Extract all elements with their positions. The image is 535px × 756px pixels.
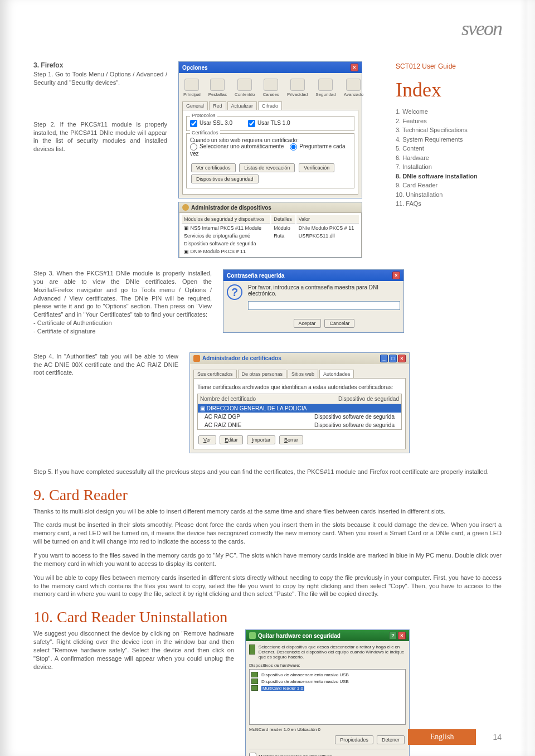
cert-prompt-label: Cuando un sitio web requiera un certific… (190, 137, 351, 143)
index-item[interactable]: 3. Technical Specifications (396, 125, 493, 135)
section9-heading: 9. Card Reader (33, 486, 502, 504)
toolbar-advanced[interactable]: Avanzado (344, 79, 363, 97)
page-footer: English 14 (408, 729, 502, 745)
s9-p2: The cards must be inserted in their slot… (33, 521, 502, 546)
toolbar-tabs[interactable]: Pestañas (208, 79, 227, 97)
index-item[interactable]: 2. Features (396, 117, 493, 126)
close-icon[interactable]: × (398, 632, 406, 639)
index-item[interactable]: 11. FAQs (396, 199, 493, 209)
device-icon (182, 204, 189, 211)
tab-sites[interactable]: Sitios web (288, 370, 318, 378)
col-name: Nombre del certificado (200, 396, 256, 402)
s10-p1: We suggest you disconnect the device by … (33, 629, 234, 671)
pwd-title: Contraseña requerida (227, 273, 284, 279)
certs-legend: Certificados (190, 130, 220, 135)
crl-button[interactable]: Listas de revocación (239, 163, 295, 172)
edit-button[interactable]: Editar (220, 435, 243, 444)
tab-your-certs[interactable]: Sus certificados (193, 370, 237, 378)
step4-text: Step 4. In "Authorities" tab you will be… (33, 352, 178, 377)
index-item-current[interactable]: 8. DNIe software installation (396, 172, 493, 181)
close-icon[interactable]: × (398, 355, 406, 362)
col-device: Dispositivo de seguridad (338, 396, 399, 402)
maximize-icon[interactable]: □ (389, 355, 397, 362)
accept-button[interactable]: Aceptar (294, 319, 321, 328)
ssl-checkbox[interactable]: Usar SSL 3.0 (190, 120, 232, 126)
tab-update[interactable]: Actualizar (227, 101, 257, 110)
tab-authorities[interactable]: Autoridades (319, 370, 354, 378)
tab-network[interactable]: Red (209, 101, 226, 110)
certmgr-title: Administrador de certificados (202, 355, 281, 361)
firefox-heading: 3. Firefox (33, 61, 167, 69)
index-item[interactable]: 6. Hardware (396, 153, 493, 163)
cert-row[interactable]: AC RAIZ DNIEDispositivo software de segu… (198, 421, 401, 429)
protocols-legend: Protocolos (190, 113, 217, 118)
cancel-button[interactable]: Cancelar (324, 319, 354, 328)
show-components-checkbox[interactable]: Mostrar componentes de dispositivos (249, 754, 332, 756)
verify-button[interactable]: Verificación (299, 163, 334, 172)
index-item[interactable]: 1. Welcome (396, 107, 493, 117)
device-icon (249, 644, 255, 655)
document-page: sveon SCT012 User Guide Index 1. Welcome… (0, 0, 535, 756)
password-dialog: Contraseña requerida × ? Por favor, intr… (223, 269, 404, 333)
index-item[interactable]: 7. Installation (396, 162, 493, 172)
certmgr-desc: Tiene certificados archivados que identi… (197, 384, 402, 390)
eject-icon (249, 632, 256, 639)
index-item[interactable]: 5. Content (396, 144, 493, 153)
password-input[interactable] (248, 301, 400, 310)
toolbar-privacy[interactable]: Privacidad (287, 79, 308, 97)
index-sidebar: SCT012 User Guide Index 1. Welcome 2. Fe… (396, 61, 493, 209)
view-certs-button[interactable]: Ver certificados (191, 163, 236, 172)
toolbar-main[interactable]: Principal (183, 79, 201, 97)
device-row-selected[interactable]: MultiCard reader 1.0 (251, 685, 403, 691)
s9-p4: You will be able to copy files between m… (33, 574, 502, 599)
certmgr-icon (193, 355, 200, 362)
cert-root-row[interactable]: ▣ DIRECCION GENERAL DE LA POLICIA (198, 404, 401, 413)
import-button[interactable]: Importar (247, 435, 276, 444)
section10-heading: 10. Card Reader Uninstallation (33, 608, 502, 626)
index-item[interactable]: 10. Uninstallation (396, 190, 493, 200)
step2-text: Step 2. If the PKCS#11 module is properl… (33, 120, 167, 153)
sec-devices-button[interactable]: Dispositivos de seguridad (191, 175, 259, 183)
device-row[interactable]: Dispositivo de almacenamiento masivo USB (251, 671, 403, 678)
help-icon[interactable]: ? (389, 632, 397, 639)
toolbar-security[interactable]: Seguridad (315, 79, 335, 97)
close-icon[interactable]: × (392, 272, 400, 279)
tls-checkbox[interactable]: Usar TLS 1.0 (248, 120, 290, 126)
safehw-title: Quitar hardware con seguridad (258, 633, 341, 639)
minimize-icon[interactable]: _ (380, 355, 388, 362)
step1-text: Step 1. Go to Tools Menu / Options / Adv… (33, 70, 167, 87)
index-item[interactable]: 9. Card Reader (396, 181, 493, 190)
question-icon: ? (227, 284, 242, 300)
properties-button[interactable]: Propiedades (335, 735, 373, 744)
safe-remove-dialog: Quitar hardware con seguridad ?× Selecci… (245, 629, 410, 756)
page-number: 14 (493, 733, 502, 742)
step5-text: Step 5. If you have completed sucessfull… (33, 468, 502, 476)
step3-text: Step 3. When the PKCS#11 DNIe module is … (33, 269, 212, 336)
view-button[interactable]: Ver (198, 435, 216, 444)
language-tab: English (408, 729, 476, 745)
device-row[interactable]: Dispositivo de almacenamiento masivo USB (251, 678, 403, 685)
delete-button[interactable]: Borrar (279, 435, 303, 444)
index-item[interactable]: 4. System Requirements (396, 135, 493, 144)
s9-p1: Thanks to its multi-slot design you will… (33, 507, 502, 516)
device-manager-dialog: Administrador de dispositivos Módulos de… (178, 202, 362, 258)
options-dialog: Opciones × Principal Pestañas Contenido … (178, 61, 362, 198)
toolbar-channels[interactable]: Canales (263, 79, 279, 97)
tab-general[interactable]: General (182, 101, 208, 110)
index-heading: Index (396, 75, 493, 105)
pwd-message: Por favor, introduzca a contraseña maest… (248, 284, 400, 297)
stop-button[interactable]: Detener (377, 735, 405, 744)
cert-manager-dialog: Administrador de certificados _□× Sus ce… (189, 352, 410, 453)
device-table: Módulos de seguridad y dispositivosDetal… (181, 214, 360, 256)
toolbar-content[interactable]: Contenido (235, 79, 255, 97)
tab-others[interactable]: De otras personas (238, 370, 287, 378)
device-location: MultiCard reader 1.0 en Ubicación 0 (249, 727, 406, 732)
window-title: Opciones (182, 65, 208, 71)
s9-p3: If you want to access to the files saved… (33, 551, 502, 568)
radio-auto[interactable]: Seleccionar uno automáticamente (190, 143, 284, 149)
cert-row[interactable]: AC RAIZ DGPDispositivo software de segur… (198, 413, 401, 421)
close-icon[interactable]: × (351, 64, 358, 71)
brand-logo: sveon (461, 17, 502, 40)
hw-group-label: Dispositivos de hardware: (249, 663, 406, 668)
tab-encryption[interactable]: Cifrado (258, 101, 282, 110)
